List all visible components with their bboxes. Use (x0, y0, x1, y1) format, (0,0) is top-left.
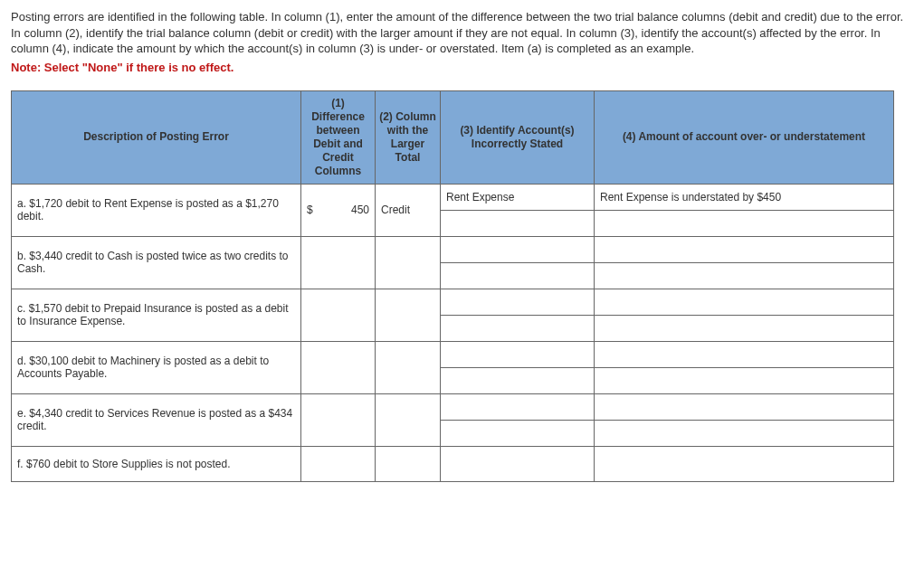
account-cell[interactable] (441, 210, 595, 236)
account-cell[interactable] (441, 367, 595, 393)
table-row: e. $4,340 credit to Services Revenue is … (12, 393, 894, 420)
table-row: f. $760 debit to Store Supplies is not p… (12, 446, 894, 481)
account-cell[interactable] (441, 420, 595, 446)
header-col4: (4) Amount of account over- or understat… (595, 90, 894, 184)
amount-cell[interactable]: Rent Expense is understated by $450 (595, 184, 894, 210)
amount-cell[interactable] (595, 367, 894, 393)
header-col3: (3) Identify Account(s) Incorrectly Stat… (441, 90, 595, 184)
header-description: Description of Posting Error (12, 90, 301, 184)
table-row: d. $30,100 debit to Machinery is posted … (12, 341, 894, 367)
account-cell[interactable] (441, 446, 595, 481)
difference-cell[interactable] (301, 289, 376, 341)
account-cell[interactable] (441, 262, 595, 289)
posting-error-description: c. $1,570 debit to Prepaid Insurance is … (12, 289, 301, 341)
table-row: a. $1,720 debit to Rent Expense is poste… (12, 184, 894, 210)
header-col2: (2) Column with the Larger Total (376, 90, 441, 184)
account-cell[interactable] (441, 315, 595, 341)
difference-cell[interactable] (301, 393, 376, 446)
amount-cell[interactable] (595, 210, 894, 236)
larger-column-cell[interactable] (376, 446, 441, 481)
difference-cell[interactable] (301, 446, 376, 481)
table-row: b. $3,440 credit to Cash is posted twice… (12, 236, 894, 262)
account-cell[interactable] (441, 289, 595, 315)
larger-column-cell[interactable] (376, 236, 441, 289)
difference-value: 450 (351, 204, 369, 216)
account-cell[interactable] (441, 393, 595, 420)
amount-cell[interactable] (595, 289, 894, 315)
note-text: Note: Select "None" if there is no effec… (11, 61, 913, 74)
account-cell[interactable]: Rent Expense (441, 184, 595, 210)
header-col1: (1) Difference between Debit and Credit … (301, 90, 376, 184)
posting-error-description: b. $3,440 credit to Cash is posted twice… (12, 236, 301, 289)
instructions-text: Posting errors are identified in the fol… (11, 9, 913, 57)
table-row: c. $1,570 debit to Prepaid Insurance is … (12, 289, 894, 315)
posting-error-description: e. $4,340 credit to Services Revenue is … (12, 393, 301, 446)
larger-column-cell[interactable] (376, 289, 441, 341)
posting-error-description: d. $30,100 debit to Machinery is posted … (12, 341, 301, 393)
amount-cell[interactable] (595, 236, 894, 262)
amount-cell[interactable] (595, 393, 894, 420)
difference-cell[interactable]: $450 (301, 184, 376, 236)
larger-column-cell[interactable]: Credit (376, 184, 441, 236)
difference-cell[interactable] (301, 341, 376, 393)
account-cell[interactable] (441, 236, 595, 262)
amount-cell[interactable] (595, 446, 894, 481)
larger-column-cell[interactable] (376, 393, 441, 446)
posting-errors-table: Description of Posting Error (1) Differe… (11, 90, 894, 482)
posting-error-description: a. $1,720 debit to Rent Expense is poste… (12, 184, 301, 236)
amount-cell[interactable] (595, 420, 894, 446)
account-cell[interactable] (441, 341, 595, 367)
difference-cell[interactable] (301, 236, 376, 289)
currency-symbol: $ (307, 204, 313, 216)
posting-error-description: f. $760 debit to Store Supplies is not p… (12, 446, 301, 481)
amount-cell[interactable] (595, 341, 894, 367)
amount-cell[interactable] (595, 262, 894, 289)
larger-column-cell[interactable] (376, 341, 441, 393)
amount-cell[interactable] (595, 315, 894, 341)
